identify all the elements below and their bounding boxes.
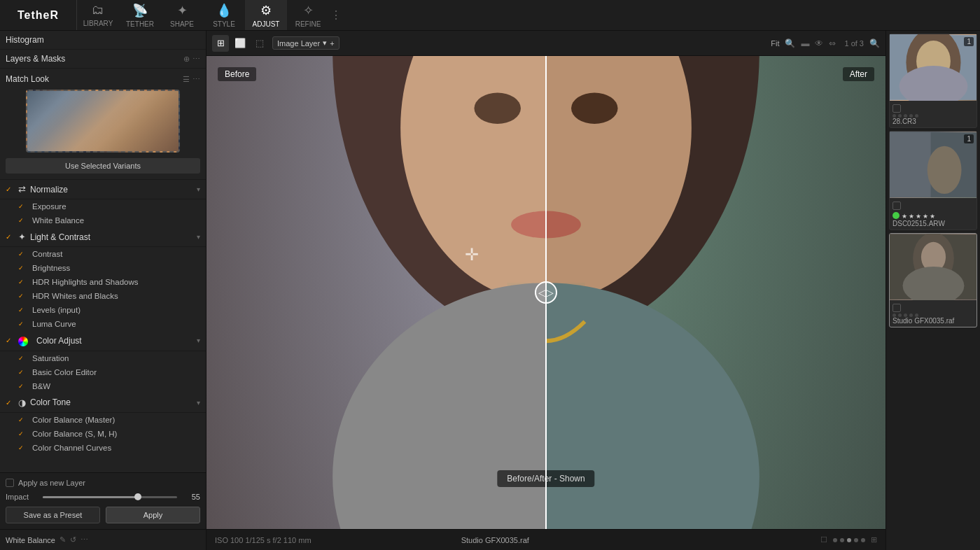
sub-luma-curve[interactable]: ✓ Luma Curve <box>0 317 206 331</box>
thumb-3-checkbox[interactable] <box>892 304 901 312</box>
nav-item-refine[interactable]: ✧ REFINE <box>287 0 329 30</box>
brightness-label: Brightness <box>32 264 70 272</box>
sub-color-channel-curves[interactable]: ✓ Color Channel Curves <box>0 441 206 455</box>
thumb-1-checkbox[interactable] <box>892 104 901 113</box>
save-preset-button[interactable]: Save as a Preset <box>6 507 100 523</box>
normalize-chevron-icon: ▾ <box>197 185 200 193</box>
hdr-highlights-check-icon: ✓ <box>18 277 28 287</box>
canvas-exposure-icon[interactable]: ▬ <box>801 38 809 48</box>
layers-settings-icon[interactable]: ⋯ <box>192 55 200 64</box>
impact-slider[interactable] <box>43 496 177 498</box>
canvas-compare-icon[interactable]: ⇔ <box>829 38 836 48</box>
sub-basic-color-editor[interactable]: ✓ Basic Color Editor <box>0 365 206 379</box>
sub-contrast[interactable]: ✓ Contrast <box>0 247 206 261</box>
sub-hdr-highlights[interactable]: ✓ HDR Highlights and Shadows <box>0 275 206 289</box>
match-look-more-icon[interactable]: ⋯ <box>192 75 200 84</box>
impact-value: 55 <box>183 493 200 501</box>
match-look-preview[interactable] <box>26 90 180 153</box>
handle-arrow-icon: ◁▷ <box>538 287 554 298</box>
sub-levels[interactable]: ✓ Levels (input) <box>0 303 206 317</box>
nav-items: 🗂 LIBRARY 📡 TETHER ✦ SHAPE 💧 STYLE ⚙ ADJ… <box>77 0 980 30</box>
hdr-highlights-label: HDR Highlights and Shadows <box>32 278 139 286</box>
apply-button[interactable]: Apply <box>106 507 200 523</box>
sub-color-balance-master[interactable]: ✓ Color Balance (Master) <box>0 413 206 427</box>
wb-label: White Balance <box>32 216 84 225</box>
hdr-whites-label: HDR Whites and Blacks <box>32 292 118 300</box>
apply-layer-label: Apply as new Layer <box>18 479 85 487</box>
section-color-adjust-header[interactable]: ✓ Color Adjust ▾ <box>0 331 206 351</box>
style-icon: 💧 <box>216 3 232 18</box>
nav-more-icon[interactable]: ⋮ <box>329 8 343 22</box>
exposure-check-icon: ✓ <box>18 202 28 211</box>
light-check-icon: ✓ <box>6 232 15 242</box>
app-brand: TetheR <box>0 0 77 30</box>
nav-item-shape[interactable]: ✦ SHAPE <box>161 0 203 30</box>
after-image <box>546 56 886 529</box>
sub-brightness[interactable]: ✓ Brightness <box>0 261 206 275</box>
exposure-label: Exposure <box>32 202 66 211</box>
svg-point-5 <box>474 93 521 124</box>
layer-select-chevron-icon: ▾ <box>323 38 327 48</box>
cb-master-check-icon: ✓ <box>18 415 28 425</box>
nav-label-refine: REFINE <box>295 20 321 28</box>
before-image <box>206 56 546 529</box>
match-look-list-icon[interactable]: ☰ <box>183 75 190 84</box>
cc-curves-label: Color Channel Curves <box>32 444 111 452</box>
layers-icons: ⊕ ⋯ <box>183 55 200 64</box>
thumbnail-2[interactable]: 1 ★ ★ ★ ★ ★ DSC02515.ARW <box>889 131 977 230</box>
action-buttons: Save as a Preset Apply <box>6 507 200 523</box>
light-icon: ✦ <box>18 232 26 242</box>
after-label: After <box>843 67 874 81</box>
thumb-2-badge: 1 <box>964 134 974 143</box>
adjust-icon: ⚙ <box>260 3 272 18</box>
nav-label-library: LIBRARY <box>83 20 113 27</box>
canvas-fit-label[interactable]: Fit <box>771 39 779 48</box>
sub-white-balance[interactable]: ✓ White Balance <box>0 213 206 227</box>
wb-more-icon[interactable]: ⋯ <box>80 535 88 544</box>
section-normalize-header[interactable]: ✓ ⇄ Normalize ▾ <box>0 180 206 199</box>
tether-icon: 📡 <box>132 3 148 18</box>
shape-icon: ✦ <box>177 3 188 18</box>
impact-label: Impact <box>6 493 37 501</box>
layer-select[interactable]: Image Layer ▾ + <box>272 36 340 50</box>
sub-hdr-whites[interactable]: ✓ HDR Whites and Blacks <box>0 289 206 303</box>
right-panel: 1 28.CR3 <box>886 31 980 550</box>
nav-item-library[interactable]: 🗂 LIBRARY <box>77 0 119 30</box>
thumbnail-3[interactable]: Studio GFX0035.raf <box>889 233 977 327</box>
star-2: ★ <box>909 213 914 220</box>
before-side: Before <box>206 56 546 529</box>
sub-bw[interactable]: ✓ B&W <box>0 379 206 393</box>
canvas-toolbar-right: Fit 🔍 ▬ 👁 ⇔ 1 of 3 🔍 <box>771 38 880 48</box>
light-chevron-icon: ▾ <box>197 233 200 241</box>
wb-reset-icon[interactable]: ↺ <box>70 535 76 544</box>
wb-check-icon: ✓ <box>18 216 28 225</box>
sub-saturation[interactable]: ✓ Saturation <box>0 351 206 365</box>
crop-icon[interactable]: ⬚ <box>251 35 268 52</box>
dot-2 <box>840 538 844 542</box>
hdr-whites-check-icon: ✓ <box>18 291 28 301</box>
canvas-zoom-icon[interactable]: 🔍 <box>869 38 880 48</box>
canvas-search-icon[interactable]: 🔍 <box>785 38 795 48</box>
before-after-container[interactable]: Before <box>206 56 886 529</box>
before-after-handle[interactable]: ◁▷ <box>535 281 557 304</box>
canvas-eye-icon[interactable]: 👁 <box>815 38 823 48</box>
thumb-2-checkbox[interactable] <box>892 202 901 210</box>
thumbnail-1[interactable]: 1 28.CR3 <box>889 34 977 128</box>
nav-item-adjust[interactable]: ⚙ ADJUST <box>245 0 287 30</box>
normalize-title: Normalize <box>30 185 197 195</box>
sub-exposure[interactable]: ✓ Exposure <box>0 199 206 213</box>
nav-item-style[interactable]: 💧 STYLE <box>203 0 245 30</box>
wb-edit-icon[interactable]: ✎ <box>59 535 66 544</box>
status-grid-icon[interactable]: ⊞ <box>871 535 877 544</box>
nav-item-tether[interactable]: 📡 TETHER <box>119 0 161 30</box>
section-light-contrast-header[interactable]: ✓ ✦ Light & Contrast ▾ <box>0 227 206 247</box>
layers-add-icon[interactable]: ⊕ <box>183 55 190 64</box>
layer-add-icon: + <box>330 39 334 48</box>
grid-view-icon[interactable]: ⊞ <box>212 35 229 52</box>
use-variants-button[interactable]: Use Selected Variants <box>6 158 200 174</box>
single-view-icon[interactable]: ⬜ <box>232 35 248 52</box>
thumb-3-image <box>890 234 976 300</box>
sub-color-balance-smh[interactable]: ✓ Color Balance (S, M, H) <box>0 427 206 441</box>
apply-layer-checkbox[interactable] <box>6 479 14 487</box>
section-color-tone-header[interactable]: ✓ ◑ Color Tone ▾ <box>0 393 206 413</box>
